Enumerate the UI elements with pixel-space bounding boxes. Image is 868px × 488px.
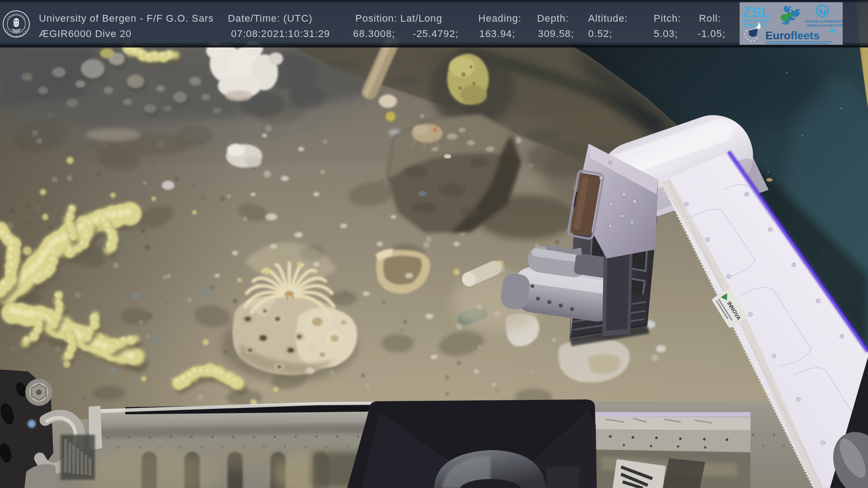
- svg-text:RESEARCH INSTITUTE: RESEARCH INSTITUTE: [807, 23, 843, 28]
- svg-text:ZOOLOGY: ZOOLOGY: [742, 23, 767, 28]
- svg-text:Eurofleets: Eurofleets: [765, 29, 820, 42]
- svg-text:ZSL: ZSL: [742, 5, 770, 20]
- svg-text:MARINE & FRESHWATER: MARINE & FRESHWATER: [805, 19, 843, 23]
